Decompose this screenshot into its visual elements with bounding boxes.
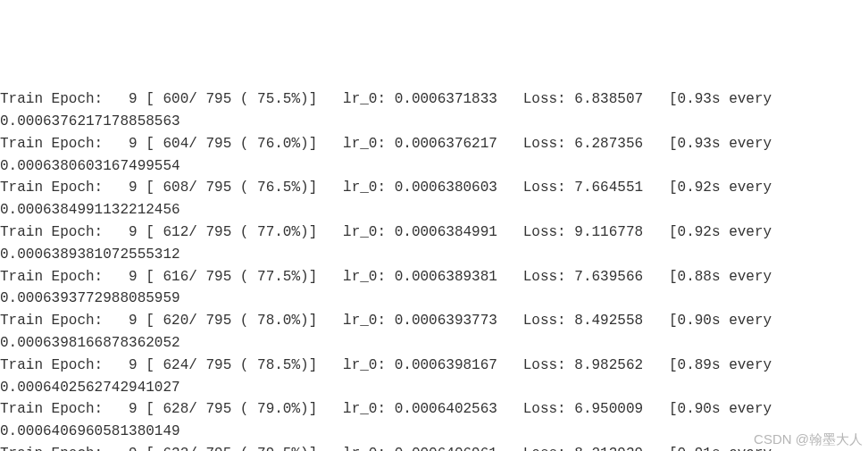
watermark-text: CSDN @翰墨大人	[754, 429, 863, 449]
training-log-output: Train Epoch: 9 [ 600/ 795 ( 75.5%)] lr_0…	[0, 88, 868, 451]
